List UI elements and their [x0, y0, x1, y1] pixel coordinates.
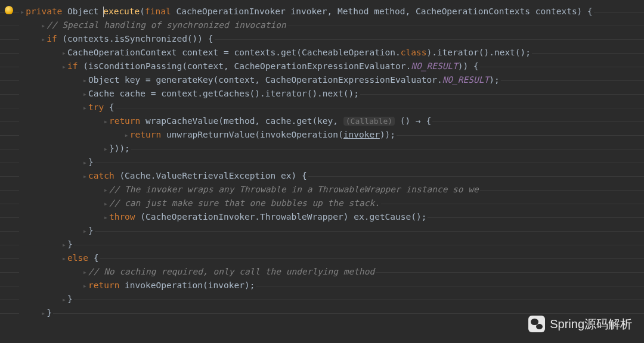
code-content: ▸if (contexts.isSynchronized()) {	[19, 32, 215, 46]
code-line[interactable]: ▸}	[0, 292, 644, 306]
token-plain: ).iterator().next();	[426, 48, 531, 57]
watermark: Spring源码解析	[528, 316, 632, 332]
code-line[interactable]: ▸if (isConditionPassing(context, CacheOp…	[0, 60, 644, 73]
fold-arrow-icon: ▸	[83, 268, 88, 276]
token-plain: () → {	[395, 116, 431, 126]
code-content: ▸Cache cache = context.getCaches().itera…	[19, 87, 360, 101]
fold-arrow-icon: ▸	[104, 186, 109, 194]
code-content: ▸CacheOperationContext context = context…	[19, 46, 532, 60]
code-line[interactable]: ▸return unwrapReturnValue(invokeOperatio…	[0, 128, 644, 142]
code-editor[interactable]: ▸private Object execute(final CacheOpera…	[0, 0, 644, 320]
code-content: ▸return unwrapReturnValue(invokeOperatio…	[19, 128, 397, 142]
code-line[interactable]: ▸// The invoker wraps any Throwable in a…	[0, 183, 644, 197]
code-line[interactable]: ▸CacheOperationContext context = context…	[0, 46, 644, 60]
token-plain: }	[67, 294, 73, 304]
code-content: ▸}	[19, 238, 74, 252]
token-plain: Cache cache = context.getCaches().iterat…	[88, 89, 359, 98]
fold-arrow-icon: ▸	[83, 282, 88, 290]
token-cmt: // No caching required, only call the un…	[88, 267, 374, 276]
fold-arrow-icon: ▸	[62, 63, 67, 71]
fold-arrow-icon: ▸	[104, 213, 109, 222]
token-kw: return	[130, 130, 161, 139]
token-plain: );	[489, 75, 499, 85]
token-plain: (contexts.isSynchronized()) {	[57, 34, 213, 43]
code-line[interactable]: ▸if (contexts.isSynchronized()) {	[0, 32, 644, 46]
fold-arrow-icon: ▸	[104, 199, 109, 208]
token-plain: }	[88, 157, 94, 167]
token-kw: try	[88, 102, 104, 112]
token-kw: if	[67, 61, 78, 71]
fold-arrow-icon: ▸	[104, 145, 109, 153]
code-line[interactable]: ▸// Special handling of synchronized inv…	[0, 18, 644, 32]
code-content: ▸else {	[19, 251, 100, 266]
code-line[interactable]: ▸try {	[0, 101, 644, 114]
fold-arrow-icon: ▸	[62, 49, 67, 57]
token-kw: return	[88, 280, 119, 290]
token-plain: {	[104, 102, 114, 112]
code-line[interactable]: ▸}	[0, 238, 644, 251]
code-line[interactable]: ▸}));	[0, 142, 644, 155]
token-plain: wrapCacheValue(method, cache.get(key,	[140, 116, 343, 126]
token-plain: Object	[62, 7, 104, 16]
token-plain: }	[47, 308, 52, 317]
code-line[interactable]: ▸// No caching required, only call the u…	[0, 265, 644, 279]
code-content: ▸}	[19, 306, 53, 320]
line-guide	[0, 231, 644, 232]
token-cmt: // can just make sure that one bubbles u…	[109, 198, 380, 208]
code-content: ▸throw (CacheOperationInvoker.ThrowableW…	[19, 210, 428, 224]
token-plain: (Cache.ValueRetrievalException ex) {	[114, 171, 307, 180]
token-static: NO_RESULT	[411, 61, 458, 71]
intention-bulb-icon[interactable]	[5, 6, 13, 14]
fold-arrow-icon: ▸	[83, 104, 88, 112]
token-plain: }	[67, 239, 73, 249]
fold-arrow-icon: ▸	[83, 76, 88, 85]
code-line[interactable]: ▸throw (CacheOperationInvoker.ThrowableW…	[0, 210, 644, 224]
code-line[interactable]: ▸return wrapCacheValue(method, cache.get…	[0, 114, 644, 128]
fold-arrow-icon: ▸	[41, 21, 47, 30]
code-content: ▸}	[19, 292, 74, 307]
token-static: NO_RESULT	[442, 75, 490, 85]
fold-arrow-icon: ▸	[83, 90, 88, 98]
token-kw: if	[47, 34, 57, 43]
token-cmt: // Special handling of synchronized invo…	[47, 20, 286, 30]
code-line[interactable]: ▸return invokeOperation(invoker);	[0, 279, 644, 292]
wechat-icon	[528, 316, 545, 332]
code-line[interactable]: ▸Object key = generateKey(context, Cache…	[0, 73, 644, 87]
line-guide	[0, 245, 644, 245]
token-kw: class	[401, 48, 427, 57]
token-plain: )) {	[458, 61, 479, 71]
fold-arrow-icon: ▸	[83, 158, 88, 167]
code-line[interactable]: ▸// can just make sure that one bubbles …	[0, 197, 644, 210]
fold-arrow-icon: ▸	[125, 131, 130, 139]
token-kw: private	[26, 7, 62, 16]
code-content: ▸// can just make sure that one bubbles …	[19, 197, 381, 211]
code-line[interactable]: ▸Cache cache = context.getCaches().itera…	[0, 87, 644, 101]
fold-arrow-icon: ▸	[62, 254, 67, 263]
fold-arrow-icon: ▸	[104, 117, 109, 126]
code-line[interactable]: ▸private Object execute(final CacheOpera…	[0, 5, 644, 18]
token-kw: throw	[109, 212, 135, 222]
code-content: ▸return invokeOperation(invoker);	[19, 279, 256, 293]
code-content: ▸private Object execute(final CacheOpera…	[19, 5, 594, 19]
token-kw: final	[145, 7, 171, 16]
code-content: ▸try {	[19, 101, 116, 115]
code-content: ▸}));	[19, 142, 131, 156]
code-content: ▸// Special handling of synchronized inv…	[19, 18, 287, 33]
fold-arrow-icon: ▸	[20, 8, 26, 16]
code-content: ▸}	[19, 155, 95, 170]
code-content: ▸Object key = generateKey(context, Cache…	[19, 73, 501, 88]
code-content: ▸// The invoker wraps any Throwable in a…	[19, 183, 480, 197]
code-line[interactable]: ▸}	[0, 155, 644, 169]
token-underline: invoker	[343, 130, 380, 139]
code-content: ▸}	[19, 224, 95, 238]
code-content: ▸return wrapCacheValue(method, cache.get…	[19, 114, 432, 129]
code-line[interactable]: ▸}	[0, 224, 644, 238]
code-line[interactable]: ▸else {	[0, 251, 644, 265]
token-plain: (isConditionPassing(context, CacheOperat…	[78, 61, 411, 71]
code-line[interactable]: ▸catch (Cache.ValueRetrievalException ex…	[0, 169, 644, 183]
token-plain: }));	[109, 144, 130, 153]
fold-arrow-icon: ▸	[83, 172, 88, 180]
token-plain: Object key = generateKey(context, CacheO…	[88, 75, 442, 85]
token-param-hint: (Callable)	[343, 117, 395, 126]
fold-arrow-icon: ▸	[41, 35, 47, 43]
